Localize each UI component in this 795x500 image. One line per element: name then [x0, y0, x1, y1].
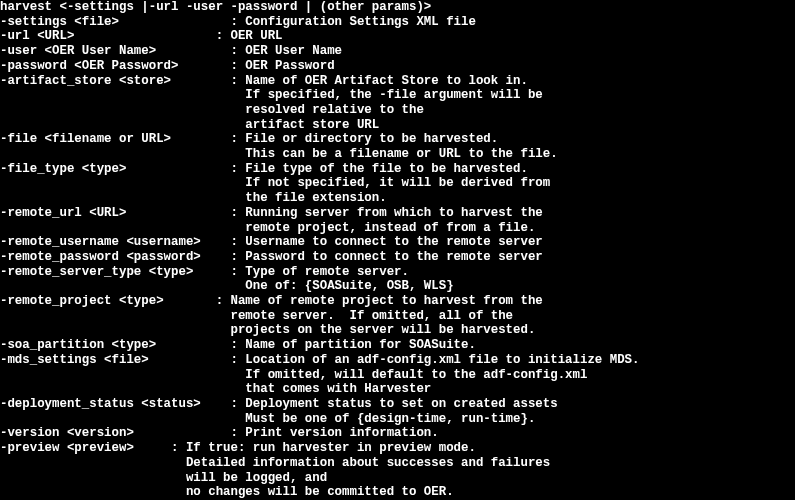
terminal-line: that comes with Harvester	[0, 382, 795, 397]
terminal-line: -preview <preview> : If true: run harves…	[0, 441, 795, 456]
terminal-line: One of: {SOASuite, OSB, WLS}	[0, 279, 795, 294]
terminal-line: -remote_server_type <type> : Type of rem…	[0, 265, 795, 280]
terminal-line: remote server. If omitted, all of the	[0, 309, 795, 324]
terminal-line: -deployment_status <status> : Deployment…	[0, 397, 795, 412]
terminal-line: -remote_password <password> : Password t…	[0, 250, 795, 265]
terminal-line: will be logged, and	[0, 471, 795, 486]
terminal-line: -user <OER User Name> : OER User Name	[0, 44, 795, 59]
terminal-line: If not specified, it will be derived fro…	[0, 176, 795, 191]
terminal-line: If omitted, will default to the adf-conf…	[0, 368, 795, 383]
terminal-line: the file extension.	[0, 191, 795, 206]
terminal-line: -version <version> : Print version infor…	[0, 426, 795, 441]
terminal-line: no changes will be committed to OER.	[0, 485, 795, 500]
terminal-line: If specified, the -file argument will be	[0, 88, 795, 103]
terminal-line: -file_type <type> : File type of the fil…	[0, 162, 795, 177]
terminal-line: harvest <-settings |-url -user -password…	[0, 0, 795, 15]
terminal-line: -file <filename or URL> : File or direct…	[0, 132, 795, 147]
terminal-line: -remote_url <URL> : Running server from …	[0, 206, 795, 221]
terminal-line: -artifact_store <store> : Name of OER Ar…	[0, 74, 795, 89]
terminal-line: Detailed information about successes and…	[0, 456, 795, 471]
terminal-line: -settings <file> : Configuration Setting…	[0, 15, 795, 30]
terminal-line: projects on the server will be harvested…	[0, 323, 795, 338]
terminal-line: This can be a filename or URL to the fil…	[0, 147, 795, 162]
terminal-line: artifact store URL	[0, 118, 795, 133]
terminal-line: -password <OER Password> : OER Password	[0, 59, 795, 74]
terminal-output: harvest <-settings |-url -user -password…	[0, 0, 795, 500]
terminal-line: -remote_project <type> : Name of remote …	[0, 294, 795, 309]
terminal-line: remote project, instead of from a file.	[0, 221, 795, 236]
terminal-line: -soa_partition <type> : Name of partitio…	[0, 338, 795, 353]
terminal-line: -mds_settings <file> : Location of an ad…	[0, 353, 795, 368]
terminal-line: resolved relative to the	[0, 103, 795, 118]
terminal-line: Must be one of {design-time, run-time}.	[0, 412, 795, 427]
terminal-line: -url <URL> : OER URL	[0, 29, 795, 44]
terminal-line: -remote_username <username> : Username t…	[0, 235, 795, 250]
